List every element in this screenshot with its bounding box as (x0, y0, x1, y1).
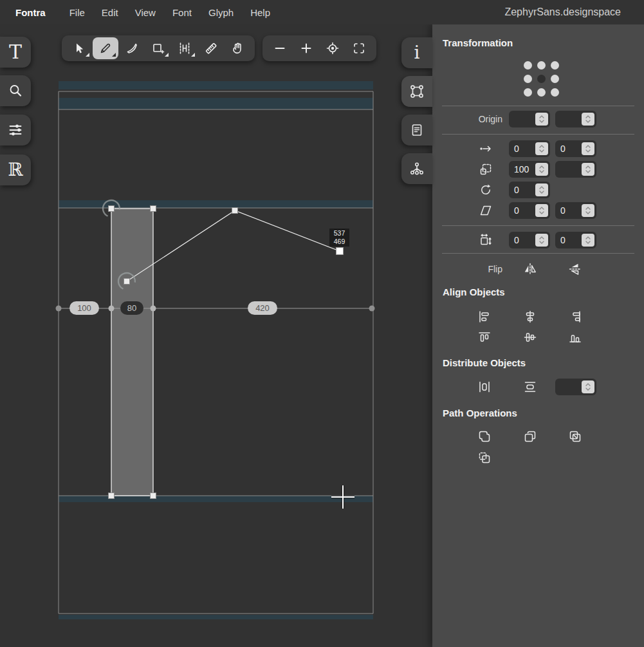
height-input[interactable]: 0 (555, 232, 596, 248)
move-y-input[interactable]: 0 (555, 140, 596, 157)
origin-x-input[interactable] (509, 111, 550, 127)
pointer-tool-button[interactable] (66, 37, 92, 59)
menu-edit[interactable]: Edit (93, 7, 127, 18)
skew-x-value[interactable]: 0 (509, 202, 535, 219)
distribute-value-input[interactable] (555, 379, 596, 395)
stepper[interactable] (582, 204, 594, 217)
left-sidebearing-pill[interactable]: 100 (69, 301, 99, 315)
stepper[interactable] (582, 163, 594, 176)
vertical-metrics-bands (59, 81, 373, 619)
align-top-button[interactable] (475, 328, 493, 346)
panel-tab-selection-transformation[interactable] (401, 76, 432, 107)
align-middle-vertical-button[interactable] (521, 328, 539, 346)
exclude-button[interactable] (475, 449, 493, 467)
origin-dot-top-right[interactable] (551, 61, 559, 70)
stepper[interactable] (535, 142, 548, 155)
align-center-horizontal-button[interactable] (521, 308, 539, 326)
sidebar-tab-designspace-navigation[interactable] (0, 115, 31, 145)
metrics-lines (59, 91, 373, 614)
stepper[interactable] (535, 183, 548, 196)
shape-tool-button[interactable] (145, 37, 171, 59)
scale-icon (479, 162, 493, 176)
sidebar-tab-glyph-search[interactable] (0, 75, 31, 106)
stepper[interactable] (582, 113, 594, 126)
right-sidebearing-pill[interactable]: 420 (248, 301, 277, 315)
distribute-horizontally-button[interactable] (475, 378, 493, 396)
origin-dot-bottom-center[interactable] (537, 88, 546, 97)
origin-y-input[interactable] (555, 111, 596, 127)
origin-dot-middle-left[interactable] (524, 75, 532, 83)
menu-help[interactable]: Help (242, 7, 279, 18)
sliders-icon (8, 122, 23, 138)
align-left-button[interactable] (475, 308, 493, 326)
move-x-value[interactable]: 0 (509, 140, 535, 157)
rotate-value[interactable]: 0 (509, 182, 535, 198)
zoom-out-button[interactable] (267, 37, 293, 59)
rotate-input[interactable]: 0 (509, 182, 550, 198)
zoom-to-selection-button[interactable] (320, 37, 345, 59)
origin-label: Origin (432, 111, 502, 127)
stepper[interactable] (535, 234, 548, 247)
skew-y-input[interactable]: 0 (555, 202, 596, 219)
subtract-button[interactable] (521, 427, 539, 445)
glyph-canvas[interactable] (0, 24, 432, 647)
width-value[interactable]: 0 (509, 232, 535, 248)
open-path[interactable] (127, 211, 340, 281)
align-bottom-button[interactable] (566, 328, 584, 346)
stem-contour[interactable] (111, 209, 153, 496)
menu-glyph[interactable]: Glyph (200, 7, 242, 18)
app-brand[interactable]: Fontra (15, 7, 46, 18)
skew-icon (479, 203, 493, 218)
origin-dot-middle-right[interactable] (551, 75, 559, 83)
intersect-button[interactable] (566, 427, 584, 445)
sidebar-tab-reference-font[interactable]: ℝ (0, 155, 31, 185)
stepper[interactable] (582, 142, 594, 155)
origin-dot-center-selected[interactable] (537, 75, 546, 83)
scale-x-value[interactable]: 100 (509, 161, 535, 178)
panel-title: Transformation (443, 37, 513, 48)
panel-tab-related-glyphs[interactable] (401, 153, 432, 184)
stepper[interactable] (582, 380, 594, 393)
stepper[interactable] (535, 204, 548, 217)
menu-view[interactable]: View (127, 7, 164, 18)
node-coordinate-y: 469 (329, 238, 349, 246)
menu-font[interactable]: Font (164, 7, 200, 18)
knife-tool-button[interactable] (119, 37, 145, 59)
stepper[interactable] (535, 163, 548, 176)
width-input[interactable]: 0 (509, 232, 550, 248)
zoom-to-fit-button[interactable] (346, 37, 372, 59)
power-ruler-tool-button[interactable] (172, 37, 198, 59)
panel-tab-glyph-notes[interactable] (401, 115, 432, 145)
pencil-tool-button[interactable] (93, 37, 118, 59)
stepper[interactable] (535, 113, 548, 126)
stepper[interactable] (582, 234, 594, 247)
measure-tool-button[interactable] (198, 37, 224, 59)
union-button[interactable] (475, 427, 493, 445)
zoom-toolbar (262, 35, 376, 61)
sidebar-tab-text-entry[interactable]: T (0, 37, 31, 68)
menu-file[interactable]: File (61, 7, 93, 18)
flip-vertical-button[interactable] (566, 260, 584, 278)
align-right-button[interactable] (566, 308, 584, 326)
height-value[interactable]: 0 (555, 232, 582, 248)
origin-dot-bottom-left[interactable] (524, 88, 532, 97)
document-title: ZephyrSans.designspace (504, 0, 621, 24)
stem-width-pill[interactable]: 80 (120, 301, 143, 315)
move-x-input[interactable]: 0 (509, 140, 550, 157)
skew-y-value[interactable]: 0 (555, 202, 582, 219)
hand-tool-button[interactable] (225, 37, 250, 59)
flip-horizontal-button[interactable] (521, 260, 539, 278)
info-icon: i (414, 44, 420, 62)
active-node[interactable] (336, 248, 344, 255)
move-y-value[interactable]: 0 (555, 140, 582, 157)
panel-tab-selection-info[interactable]: i (401, 37, 432, 68)
distribute-vertically-button[interactable] (521, 378, 539, 396)
skew-x-input[interactable]: 0 (509, 202, 550, 219)
zoom-in-button[interactable] (293, 37, 319, 59)
origin-dot-top-left[interactable] (524, 61, 532, 70)
scale-x-input[interactable]: 100 (509, 161, 550, 178)
scale-y-input[interactable] (555, 161, 596, 178)
origin-dot-top-center[interactable] (537, 61, 546, 70)
origin-dot-bottom-right[interactable] (551, 88, 559, 97)
align-objects-heading: Align Objects (443, 286, 505, 297)
